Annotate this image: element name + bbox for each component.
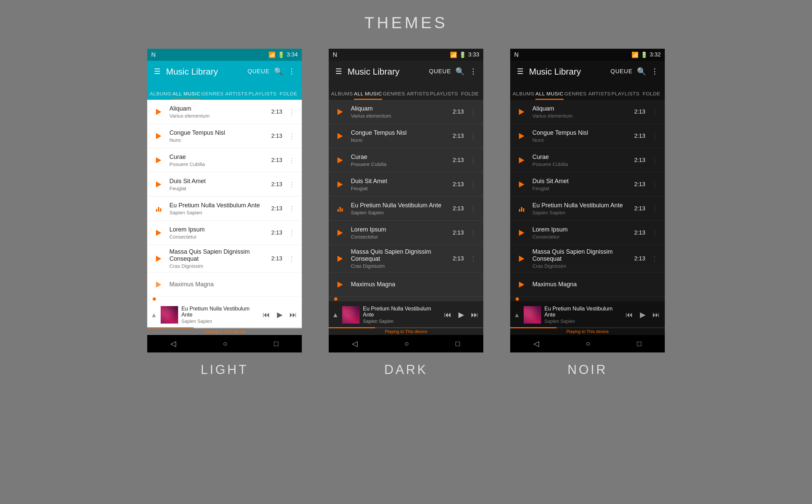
bars-icon-5-light[interactable] xyxy=(153,203,165,215)
queue-button-dark[interactable]: QUEUE xyxy=(429,68,451,75)
song-item-6-dark[interactable]: Lorem Ipsum Consectetur 2:13 ⋮ xyxy=(329,221,483,245)
tab-playlists-noir[interactable]: PLAYLISTS xyxy=(611,91,639,100)
play-icon-7-dark[interactable] xyxy=(334,253,346,265)
song-more-3-noir[interactable]: ⋮ xyxy=(650,155,659,166)
home-nav-light[interactable]: ○ xyxy=(223,339,227,348)
play-icon-1-dark[interactable] xyxy=(334,106,346,118)
play-icon-2-noir[interactable] xyxy=(516,130,528,142)
song-more-4-light[interactable]: ⋮ xyxy=(287,179,296,190)
play-button-noir[interactable]: ▶ xyxy=(637,310,648,319)
back-nav-noir[interactable]: ◁ xyxy=(533,339,539,348)
tab-artists-noir[interactable]: ARTISTS xyxy=(587,91,611,100)
tab-genres-dark[interactable]: GENRES xyxy=(382,91,406,100)
play-icon-8-dark[interactable] xyxy=(334,279,346,291)
now-playing-noir[interactable]: ▲ Eu Pretium Nulla Vestibulum Ante Sapie… xyxy=(510,301,665,328)
search-icon-noir[interactable]: 🔍 xyxy=(637,67,646,76)
recents-nav-noir[interactable]: □ xyxy=(637,339,641,348)
tab-playlists-dark[interactable]: PLAYLISTS xyxy=(430,91,458,100)
song-more-6-dark[interactable]: ⋮ xyxy=(469,227,478,238)
play-button-light[interactable]: ▶ xyxy=(274,310,285,319)
home-nav-noir[interactable]: ○ xyxy=(586,339,590,348)
play-icon-6-noir[interactable] xyxy=(516,227,528,239)
play-icon-4-dark[interactable] xyxy=(334,178,346,191)
song-more-5-dark[interactable]: ⋮ xyxy=(469,203,478,214)
song-more-6-light[interactable]: ⋮ xyxy=(287,227,296,238)
tab-folders-noir[interactable]: FOLDE xyxy=(640,91,663,100)
song-item-8-dark[interactable]: Maximus Magna xyxy=(329,272,483,297)
song-item-3-light[interactable]: Curae Posuere Cubilia 2:13 ⋮ xyxy=(147,148,302,172)
play-icon-4-noir[interactable] xyxy=(516,178,528,191)
play-icon-7-light[interactable] xyxy=(153,253,165,265)
more-icon-dark[interactable]: ⋮ xyxy=(469,67,478,76)
next-button-noir[interactable]: ⏭ xyxy=(651,310,661,319)
play-icon-1-light[interactable] xyxy=(153,106,165,118)
play-icon-6-dark[interactable] xyxy=(334,227,346,239)
song-more-1-dark[interactable]: ⋮ xyxy=(469,107,478,117)
song-item-2-noir[interactable]: Congue Tempus Nisl Nunc 2:13 ⋮ xyxy=(510,124,665,148)
play-icon-8-light[interactable] xyxy=(153,279,165,291)
play-icon-6-light[interactable] xyxy=(153,227,165,239)
song-item-3-noir[interactable]: Curae Posuere Cubilia 2:13 ⋮ xyxy=(510,148,665,172)
chevron-up-dark[interactable]: ▲ xyxy=(332,311,339,319)
song-item-5-light[interactable]: Eu Pretium Nulla Vestibulum Ante Sapien … xyxy=(147,197,302,221)
song-item-1-dark[interactable]: Aliquam Varius elementum 2:13 ⋮ xyxy=(329,100,483,124)
play-icon-7-noir[interactable] xyxy=(516,253,528,265)
tab-allmusic-noir[interactable]: ALL MUSIC xyxy=(535,91,563,100)
tab-albums-noir[interactable]: ALBUMS xyxy=(512,91,535,100)
song-more-2-light[interactable]: ⋮ xyxy=(287,131,296,141)
more-icon-noir[interactable]: ⋮ xyxy=(650,67,659,76)
song-item-4-dark[interactable]: Duis Sit Amet Feugiat 2:13 ⋮ xyxy=(329,172,483,197)
tab-genres-noir[interactable]: GENRES xyxy=(564,91,587,100)
tab-genres-light[interactable]: GENRES xyxy=(201,91,225,100)
next-button-dark[interactable]: ⏭ xyxy=(469,310,480,319)
now-playing-dark[interactable]: ▲ Eu Pretium Nulla Vestibulum Ante Sapie… xyxy=(329,301,483,328)
song-item-8-noir[interactable]: Maximus Magna xyxy=(510,272,665,297)
song-item-6-light[interactable]: Lorem Ipsum Consectetur 2:13 ⋮ xyxy=(147,221,302,245)
song-item-1-noir[interactable]: Aliquam Varius elementum 2:13 ⋮ xyxy=(510,100,665,124)
tab-folders-light[interactable]: FOLDE xyxy=(277,91,300,100)
song-more-2-noir[interactable]: ⋮ xyxy=(650,131,659,141)
next-button-light[interactable]: ⏭ xyxy=(288,310,298,319)
play-icon-3-dark[interactable] xyxy=(334,154,346,166)
more-icon-light[interactable]: ⋮ xyxy=(287,67,296,76)
menu-icon-noir[interactable]: ☰ xyxy=(516,67,525,76)
tab-playlists-light[interactable]: PLAYLISTS xyxy=(248,91,276,100)
tab-allmusic-light[interactable]: ALL MUSIC xyxy=(172,91,200,100)
back-nav-light[interactable]: ◁ xyxy=(170,339,176,348)
song-item-2-dark[interactable]: Congue Tempus Nisl Nunc 2:13 ⋮ xyxy=(329,124,483,148)
back-nav-dark[interactable]: ◁ xyxy=(352,339,358,348)
song-more-7-light[interactable]: ⋮ xyxy=(287,253,296,264)
play-icon-3-light[interactable] xyxy=(153,154,165,166)
song-item-7-dark[interactable]: Massa Quis Sapien Dignissim Consequat Cr… xyxy=(329,245,483,272)
chevron-up-noir[interactable]: ▲ xyxy=(514,311,520,319)
play-icon-2-dark[interactable] xyxy=(334,130,346,142)
play-button-dark[interactable]: ▶ xyxy=(456,310,466,319)
play-icon-1-noir[interactable] xyxy=(516,106,528,118)
song-more-4-dark[interactable]: ⋮ xyxy=(469,179,478,190)
prev-button-noir[interactable]: ⏮ xyxy=(624,310,635,319)
tab-allmusic-dark[interactable]: ALL MUSIC xyxy=(354,91,382,100)
song-item-5-dark[interactable]: Eu Pretium Nulla Vestibulum Ante Sapien … xyxy=(329,197,483,221)
song-item-5-noir[interactable]: Eu Pretium Nulla Vestibulum Ante Sapien … xyxy=(510,197,665,221)
song-more-7-dark[interactable]: ⋮ xyxy=(469,253,478,264)
song-more-6-noir[interactable]: ⋮ xyxy=(650,227,659,238)
prev-button-light[interactable]: ⏮ xyxy=(261,310,272,319)
menu-icon-light[interactable]: ☰ xyxy=(153,67,162,76)
recents-nav-light[interactable]: □ xyxy=(274,339,278,348)
queue-button-light[interactable]: QUEUE xyxy=(248,68,270,75)
queue-button-noir[interactable]: QUEUE xyxy=(611,68,633,75)
song-more-3-light[interactable]: ⋮ xyxy=(287,155,296,166)
play-icon-4-light[interactable] xyxy=(153,178,165,191)
bars-icon-5-dark[interactable] xyxy=(334,203,346,215)
tab-folders-dark[interactable]: FOLDE xyxy=(458,91,482,100)
song-more-2-dark[interactable]: ⋮ xyxy=(469,131,478,141)
song-item-4-light[interactable]: Duis Sit Amet Feugiat 2:13 ⋮ xyxy=(147,172,302,197)
tab-artists-dark[interactable]: ARTISTS xyxy=(406,91,430,100)
play-icon-2-light[interactable] xyxy=(153,130,165,142)
tab-albums-light[interactable]: ALBUMS xyxy=(149,91,172,100)
prev-button-dark[interactable]: ⏮ xyxy=(442,310,453,319)
song-item-2-light[interactable]: Congue Tempus Nisl Nunc 2:13 ⋮ xyxy=(147,124,302,148)
song-item-4-noir[interactable]: Duis Sit Amet Feugiat 2:13 ⋮ xyxy=(510,172,665,197)
song-item-3-dark[interactable]: Curae Posuere Cubilia 2:13 ⋮ xyxy=(329,148,483,172)
tab-albums-dark[interactable]: ALBUMS xyxy=(330,91,354,100)
